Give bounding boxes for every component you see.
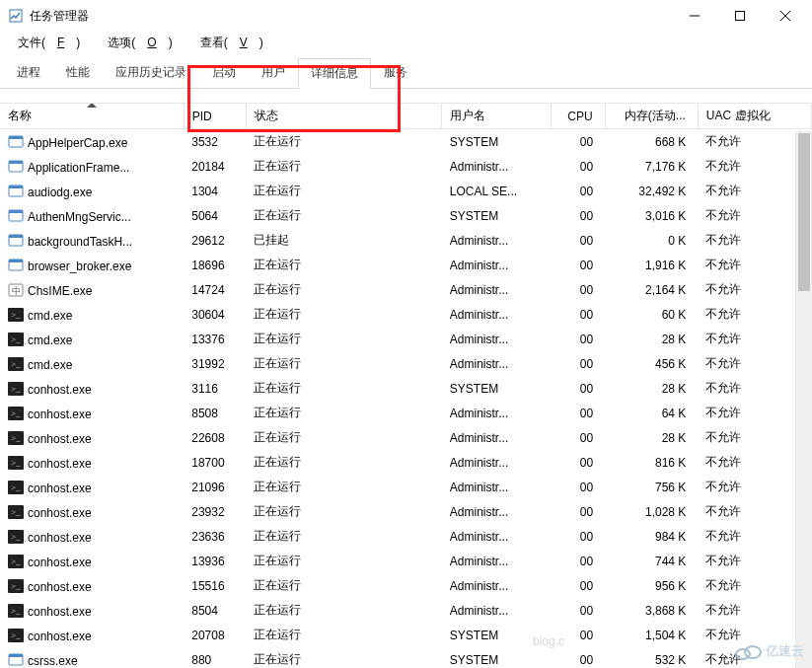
table-row[interactable]: AppHelperCap.exe3532正在运行SYSTEM00668 K不允许: [0, 129, 812, 155]
table-row[interactable]: conhost.exe23636正在运行Administr...00984 K不…: [0, 524, 812, 549]
table-row[interactable]: conhost.exe8508正在运行Administr...0064 K不允许: [0, 401, 812, 425]
column-uac[interactable]: UAC 虚拟化: [698, 104, 811, 129]
cell-pid: 29612: [184, 228, 246, 253]
cell-status: 正在运行: [246, 475, 442, 499]
vertical-scrollbar[interactable]: [795, 131, 812, 668]
cell-user: Administr...: [442, 499, 552, 524]
process-icon: [8, 381, 24, 397]
close-button[interactable]: [763, 0, 808, 32]
menu-view[interactable]: 查看(V): [188, 33, 275, 53]
window-controls: [672, 0, 808, 32]
table-row[interactable]: cmd.exe31992正在运行Administr...00456 K不允许: [0, 351, 812, 376]
process-icon: [8, 578, 24, 594]
cell-status: 正在运行: [246, 327, 442, 351]
tab-startup[interactable]: 启动: [199, 57, 249, 88]
cell-memory: 984 K: [605, 524, 698, 549]
menu-file[interactable]: 文件(F): [6, 33, 92, 53]
column-cpu[interactable]: CPU: [552, 104, 605, 129]
process-icon: [8, 134, 24, 150]
tab-history[interactable]: 应用历史记录: [103, 57, 199, 88]
process-icon: [8, 603, 24, 619]
table-row[interactable]: conhost.exe22608正在运行Administr...0028 K不允…: [0, 425, 812, 450]
tab-processes[interactable]: 进程: [4, 57, 53, 88]
cell-status: 正在运行: [246, 203, 442, 228]
cell-memory: 2,164 K: [605, 277, 698, 302]
cell-status: 已挂起: [246, 228, 442, 253]
table-row[interactable]: audiodg.exe1304正在运行LOCAL SE...0032,492 K…: [0, 179, 812, 203]
cell-name: cmd.exe: [28, 358, 72, 372]
cell-cpu: 00: [552, 524, 605, 549]
details-grid-container: 名称 PID 状态 用户名 CPU 内存(活动... UAC 虚拟化 AppHe…: [0, 103, 812, 668]
app-icon: [8, 8, 24, 24]
cell-status: 正在运行: [246, 302, 442, 327]
cell-user: Administr...: [442, 524, 552, 549]
column-status[interactable]: 状态: [246, 104, 442, 129]
cell-cpu: 00: [552, 573, 605, 598]
tab-details[interactable]: 详细信息: [298, 58, 371, 89]
cell-pid: 21096: [184, 475, 246, 499]
cell-cpu: 00: [552, 401, 605, 425]
minimize-button[interactable]: [672, 0, 717, 32]
cell-status: 正在运行: [246, 376, 442, 401]
cell-name: conhost.exe: [28, 605, 92, 619]
process-icon: [8, 504, 24, 520]
table-row[interactable]: AuthenMngServic...5064正在运行SYSTEM003,016 …: [0, 203, 812, 228]
table-row[interactable]: conhost.exe15516正在运行Administr...00956 K不…: [0, 573, 812, 598]
column-pid[interactable]: PID: [184, 104, 246, 129]
menubar: 文件(F) 选项(O) 查看(V): [0, 32, 812, 53]
cell-name: conhost.exe: [28, 531, 92, 545]
table-row[interactable]: conhost.exe21096正在运行Administr...00756 K不…: [0, 475, 812, 499]
cell-pid: 13936: [184, 549, 246, 573]
cell-status: 正在运行: [246, 647, 442, 668]
cell-cpu: 00: [552, 327, 605, 351]
table-row[interactable]: conhost.exe23932正在运行Administr...001,028 …: [0, 499, 812, 524]
table-row[interactable]: cmd.exe30604正在运行Administr...0060 K不允许: [0, 302, 812, 327]
tab-services[interactable]: 服务: [371, 57, 420, 88]
table-row[interactable]: conhost.exe20708正在运行SYSTEM001,504 K不允许: [0, 623, 812, 647]
process-icon: [8, 628, 24, 643]
tab-performance[interactable]: 性能: [53, 57, 103, 88]
cell-name: conhost.exe: [28, 482, 92, 495]
table-row[interactable]: ApplicationFrame...20184正在运行Administr...…: [0, 154, 812, 179]
tabbar: 进程 性能 应用历史记录 启动 用户 详细信息 服务: [0, 57, 812, 89]
column-memory[interactable]: 内存(活动...: [605, 104, 698, 129]
process-icon: [8, 282, 24, 298]
table-row[interactable]: backgroundTaskH...29612已挂起Administr...00…: [0, 228, 812, 253]
cell-memory: 3,868 K: [605, 598, 698, 623]
cell-status: 正在运行: [246, 623, 442, 647]
cell-name: conhost.exe: [28, 457, 92, 471]
cell-user: SYSTEM: [442, 129, 552, 155]
cell-name: browser_broker.exe: [28, 260, 131, 273]
window-title: 任务管理器: [30, 8, 89, 25]
table-row[interactable]: conhost.exe18700正在运行Administr...00816 K不…: [0, 450, 812, 475]
process-icon: [8, 332, 24, 347]
cell-name: conhost.exe: [28, 556, 92, 569]
table-row[interactable]: browser_broker.exe18696正在运行Administr...0…: [0, 253, 812, 277]
cell-user: Administr...: [442, 450, 552, 475]
maximize-button[interactable]: [717, 0, 763, 32]
table-row[interactable]: conhost.exe13936正在运行Administr...00744 K不…: [0, 549, 812, 573]
table-row[interactable]: cmd.exe13376正在运行Administr...0028 K不允许: [0, 327, 812, 351]
cell-name: AppHelperCap.exe: [28, 136, 127, 150]
cell-status: 正在运行: [246, 425, 442, 450]
cell-user: Administr...: [442, 549, 552, 573]
menu-options[interactable]: 选项(O): [96, 33, 184, 53]
cell-name: cmd.exe: [28, 334, 72, 347]
cell-status: 正在运行: [246, 549, 442, 573]
scroll-thumb[interactable]: [798, 133, 810, 291]
table-row[interactable]: conhost.exe8504正在运行Administr...003,868 K…: [0, 598, 812, 623]
cell-cpu: 00: [552, 302, 605, 327]
cell-memory: 756 K: [605, 475, 698, 499]
cell-cpu: 00: [552, 376, 605, 401]
cell-cpu: 00: [552, 475, 605, 499]
column-user[interactable]: 用户名: [442, 104, 552, 129]
table-row[interactable]: ChsIME.exe14724正在运行Administr...002,164 K…: [0, 277, 812, 302]
tab-users[interactable]: 用户: [249, 57, 298, 88]
table-row[interactable]: csrss.exe880正在运行SYSTEM00532 K不允许: [0, 647, 812, 668]
cell-memory: 816 K: [605, 450, 698, 475]
svg-rect-8: [736, 12, 745, 21]
table-row[interactable]: conhost.exe3116正在运行SYSTEM0028 K不允许: [0, 376, 812, 401]
column-name[interactable]: 名称: [0, 104, 184, 129]
cell-user: Administr...: [442, 573, 552, 598]
cell-name: conhost.exe: [28, 506, 92, 520]
